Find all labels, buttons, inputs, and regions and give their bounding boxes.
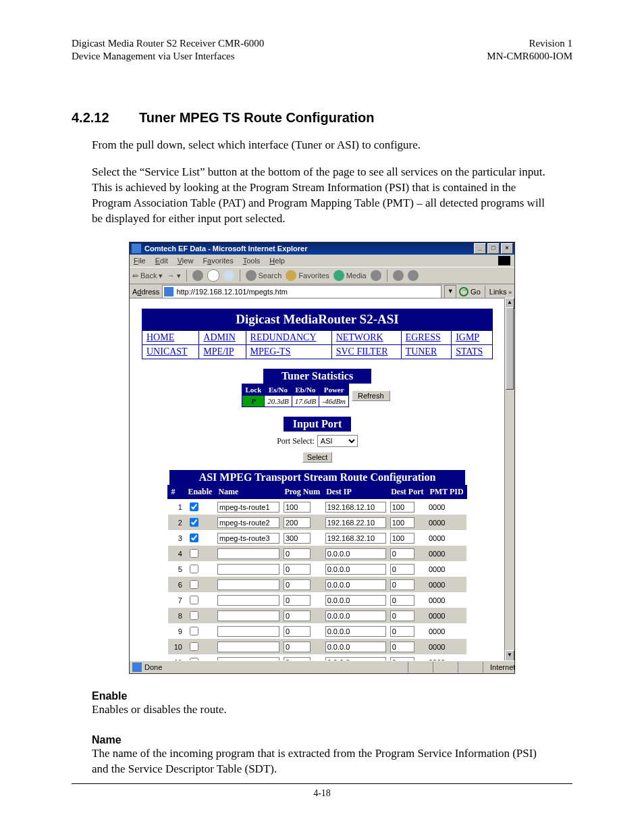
row-num: 5 — [168, 561, 185, 577]
name-input[interactable] — [217, 579, 279, 590]
name-input[interactable] — [217, 626, 279, 637]
nav-network[interactable]: NETWORK — [336, 332, 383, 342]
go-button[interactable]: Go — [459, 287, 481, 296]
enable-checkbox[interactable] — [190, 627, 198, 635]
back-button[interactable]: ⇐ Back ▾ — [132, 271, 163, 280]
destip-input[interactable] — [325, 517, 386, 528]
nav-egress[interactable]: EGRESS — [406, 332, 441, 342]
port-select-dropdown[interactable]: ASI — [317, 435, 358, 447]
name-input[interactable] — [217, 502, 279, 513]
cfg-th-enable: Enable — [185, 486, 215, 499]
minimize-button[interactable]: _ — [474, 243, 486, 254]
destport-input[interactable] — [390, 579, 414, 590]
nav-home[interactable]: HOME — [146, 332, 174, 342]
name-input[interactable] — [217, 517, 279, 528]
prognum-input[interactable] — [284, 595, 311, 606]
menu-tools[interactable]: Tools — [243, 257, 261, 265]
destport-input[interactable] — [390, 564, 414, 575]
destip-input[interactable] — [325, 564, 386, 575]
search-button[interactable]: Search — [246, 270, 282, 281]
menu-help[interactable]: Help — [269, 257, 285, 265]
nav-svcfilter[interactable]: SVC FILTER — [336, 346, 388, 357]
destport-input[interactable] — [390, 642, 414, 652]
prognum-input[interactable] — [284, 517, 311, 528]
enable-checkbox[interactable] — [190, 611, 198, 620]
enable-checkbox[interactable] — [190, 596, 198, 604]
scroll-down-icon[interactable]: ▼ — [505, 650, 514, 661]
destip-input[interactable] — [325, 548, 386, 559]
media-button[interactable]: Media — [333, 270, 367, 281]
enable-checkbox[interactable] — [190, 502, 198, 511]
destport-input[interactable] — [390, 533, 414, 544]
destport-input[interactable] — [390, 548, 414, 559]
nav-tuner[interactable]: TUNER — [406, 346, 437, 357]
prognum-input[interactable] — [284, 533, 311, 544]
menu-file[interactable]: File — [134, 257, 146, 265]
refresh-button[interactable]: Refresh — [352, 390, 390, 401]
name-input[interactable] — [217, 642, 279, 652]
menu-favorites[interactable]: Favorites — [203, 257, 233, 265]
viewport: Digicast MediaRouter S2-ASI HOME ADMIN R… — [130, 298, 505, 661]
destip-input[interactable] — [325, 579, 386, 590]
prognum-input[interactable] — [284, 579, 311, 590]
destip-input[interactable] — [325, 626, 386, 637]
enable-checkbox[interactable] — [190, 533, 198, 542]
print-icon[interactable] — [408, 270, 419, 281]
prognum-input[interactable] — [284, 642, 311, 652]
menu-view[interactable]: View — [178, 257, 194, 265]
window-title: Comtech EF Data - Microsoft Internet Exp… — [144, 244, 307, 253]
nav-mpegts[interactable]: MPEG-TS — [250, 346, 291, 357]
maximize-button[interactable]: □ — [487, 243, 500, 254]
forward-button[interactable]: → ▾ — [167, 271, 180, 280]
nav-mpeip[interactable]: MPE/IP — [203, 346, 234, 357]
prognum-input[interactable] — [284, 548, 311, 559]
close-button[interactable]: × — [501, 243, 513, 254]
history-icon[interactable] — [371, 270, 381, 281]
pmtpid-cell: 0000 — [427, 561, 466, 577]
vertical-scrollbar[interactable]: ▲ ▼ — [504, 298, 514, 661]
links-button[interactable]: Links — [489, 288, 512, 296]
refresh-icon[interactable] — [207, 269, 219, 282]
prognum-input[interactable] — [284, 564, 311, 575]
prognum-input[interactable] — [284, 626, 311, 637]
name-input[interactable] — [217, 548, 279, 559]
nav-stats[interactable]: STATS — [456, 346, 483, 357]
stop-icon[interactable] — [192, 270, 203, 281]
destip-input[interactable] — [325, 502, 386, 513]
address-dropdown[interactable]: ▼ — [444, 285, 456, 298]
select-button[interactable]: Select — [302, 452, 333, 463]
nav-redundancy[interactable]: REDUNDANCY — [250, 332, 317, 342]
destport-input[interactable] — [390, 517, 414, 528]
menu-edit[interactable]: Edit — [155, 257, 168, 265]
ie-flag-icon — [498, 256, 510, 265]
destip-input[interactable] — [325, 610, 386, 621]
name-input[interactable] — [217, 533, 279, 544]
prognum-input[interactable] — [284, 610, 311, 621]
destport-input[interactable] — [390, 502, 414, 513]
name-input[interactable] — [217, 564, 279, 575]
enable-checkbox[interactable] — [190, 580, 198, 589]
tuner-stats-heading: Tuner Statistics — [263, 369, 371, 384]
destport-input[interactable] — [390, 595, 414, 606]
nav-admin[interactable]: ADMIN — [203, 332, 235, 342]
home-icon[interactable] — [223, 270, 234, 281]
favorites-button[interactable]: Favorites — [286, 270, 329, 281]
enable-checkbox[interactable] — [190, 549, 198, 558]
enable-checkbox[interactable] — [190, 565, 198, 573]
scroll-thumb[interactable] — [506, 307, 514, 390]
name-input[interactable] — [217, 610, 279, 621]
mail-icon[interactable] — [393, 270, 404, 281]
prognum-input[interactable] — [284, 502, 311, 513]
destip-input[interactable] — [325, 533, 386, 544]
destport-input[interactable] — [390, 626, 414, 637]
destip-input[interactable] — [325, 642, 386, 652]
name-input[interactable] — [217, 595, 279, 606]
nav-igmp[interactable]: IGMP — [456, 332, 479, 342]
row-num: 4 — [168, 546, 185, 561]
nav-unicast[interactable]: UNICAST — [146, 346, 188, 357]
destip-input[interactable] — [325, 595, 386, 606]
destport-input[interactable] — [390, 610, 414, 621]
address-box[interactable]: http://192.168.12.101/mpegts.htm — [162, 285, 441, 298]
enable-checkbox[interactable] — [190, 642, 198, 651]
enable-checkbox[interactable] — [190, 518, 198, 527]
